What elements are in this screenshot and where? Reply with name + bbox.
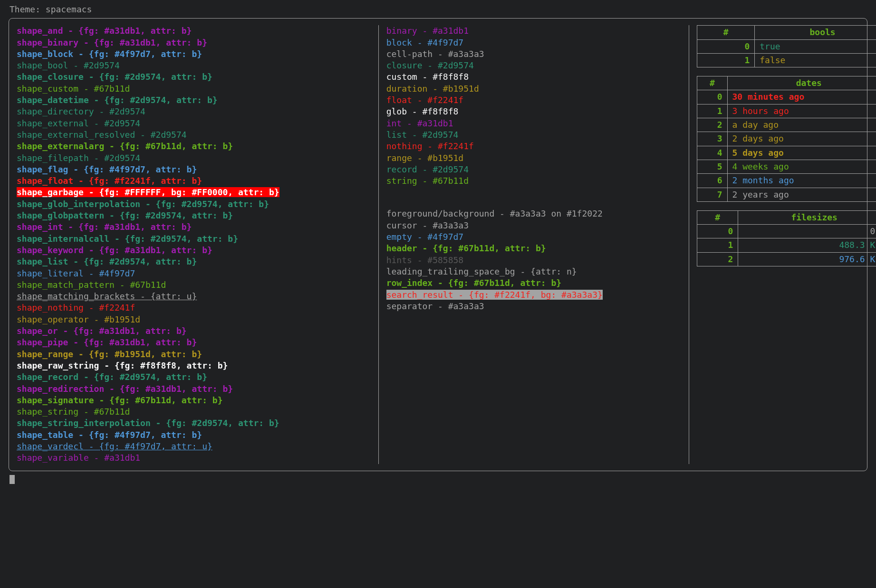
shape-entry: shape_string - #67b11d (17, 406, 371, 417)
shape-entry: shape_custom - #67b11d (17, 83, 371, 95)
shapes-column: shape_and - {fg: #a31db1, attr: b}shape_… (17, 25, 378, 464)
row-value: false (755, 53, 876, 67)
shape-entry: shape_directory - #2d9574 (17, 106, 371, 117)
type-entry: range - #b1951d (386, 152, 682, 164)
type-entry: record - #2d9574 (386, 164, 682, 175)
table-row: 0true (697, 39, 876, 53)
shape-entry: shape_externalarg - {fg: #67b11d, attr: … (17, 141, 371, 152)
shape-entry: shape_closure - {fg: #2d9574, attr: b} (17, 71, 371, 83)
shape-entry: shape_garbage - {fg: #FFFFFF, bg: #FF000… (17, 187, 371, 198)
row-value: true (755, 39, 876, 53)
dates-table: #dates030 minutes ago13 hours ago2a day … (697, 76, 876, 202)
row-value: 976.6 KiB (738, 252, 876, 266)
row-value: 3 hours ago (727, 104, 876, 118)
row-index: 1 (697, 238, 738, 252)
shape-entry: shape_keyword - {fg: #a31db1, attr: b} (17, 245, 371, 256)
shape-entry: shape_table - {fg: #4f97d7, attr: b} (17, 429, 371, 441)
shape-entry: shape_string_interpolation - {fg: #2d957… (17, 417, 371, 429)
table-header: # (697, 76, 727, 90)
table-row: 00 B (697, 225, 876, 238)
shape-entry: shape_list - {fg: #2d9574, attr: b} (17, 256, 371, 267)
row-value: 0 B (738, 225, 876, 238)
ui-entry: hints - #585858 (386, 255, 682, 266)
ui-entry: header - {fg: #67b11d, attr: b} (386, 243, 682, 254)
table-header: bools (755, 26, 876, 39)
type-entry: cell-path - #a3a3a3 (386, 48, 682, 60)
shape-entry: shape_external - #2d9574 (17, 118, 371, 129)
ui-entry: search_result - {fg: #f2241f, bg: #a3a3a… (386, 289, 682, 301)
row-value: 488.3 KiB (738, 238, 876, 252)
shape-entry: shape_operator - #b1951d (17, 314, 371, 325)
shape-entry: shape_block - {fg: #4f97d7, attr: b} (17, 48, 371, 60)
theme-preview-panel: shape_and - {fg: #a31db1, attr: b}shape_… (9, 18, 867, 471)
theme-label: Theme: spacemacs (10, 4, 867, 15)
shape-entry: shape_bool - #2d9574 (17, 60, 371, 71)
shape-entry: shape_and - {fg: #a31db1, attr: b} (17, 25, 371, 37)
row-index: 0 (697, 225, 738, 238)
ui-entry: foreground/background - #a3a3a3 on #1f20… (386, 208, 682, 219)
tables-column: #bools0true1false #dates030 minutes ago1… (689, 25, 876, 464)
shape-entry: shape_pipe - {fg: #a31db1, attr: b} (17, 337, 371, 348)
row-value: a day ago (727, 118, 876, 132)
shape-entry: shape_signature - {fg: #67b11d, attr: b} (17, 395, 371, 406)
type-entry: nothing - #f2241f (386, 141, 682, 152)
table-row: 030 minutes ago (697, 90, 876, 104)
shape-entry: shape_flag - {fg: #4f97d7, attr: b} (17, 164, 371, 175)
row-index: 0 (697, 90, 727, 104)
type-entry: custom - #f8f8f8 (386, 71, 682, 83)
row-index: 2 (697, 118, 727, 132)
table-row: 1488.3 KiB (697, 238, 876, 252)
type-entry: list - #2d9574 (386, 129, 682, 141)
shape-entry: shape_variable - #a31db1 (17, 452, 371, 464)
type-entry: duration - #b1951d (386, 83, 682, 95)
ui-entry: separator - #a3a3a3 (386, 301, 682, 312)
types-column: binary - #a31db1block - #4f97d7cell-path… (378, 25, 689, 464)
table-header: # (697, 26, 755, 39)
row-index: 3 (697, 132, 727, 146)
table-row: 1false (697, 53, 876, 67)
bools-table: #bools0true1false (697, 25, 876, 67)
type-entry: string - #67b11d (386, 175, 682, 187)
shape-entry: shape_float - {fg: #f2241f, attr: b} (17, 175, 371, 187)
shape-entry: shape_external_resolved - #2d9574 (17, 129, 371, 141)
table-row: 2a day ago (697, 118, 876, 132)
table-row: 54 weeks ago (697, 160, 876, 173)
shape-entry: shape_match_pattern - #67b11d (17, 279, 371, 291)
row-value: 2 years ago (727, 188, 876, 201)
shape-entry: shape_datetime - {fg: #2d9574, attr: b} (17, 95, 371, 106)
row-value: 2 months ago (727, 174, 876, 188)
table-header: dates (727, 76, 876, 90)
row-value: 5 days ago (727, 146, 876, 160)
shape-entry: shape_vardecl - {fg: #4f97d7, attr: u} (17, 441, 371, 452)
type-entry: closure - #2d9574 (386, 60, 682, 71)
shape-entry: shape_nothing - #f2241f (17, 302, 371, 313)
row-index: 2 (697, 252, 738, 266)
type-entry: float - #f2241f (386, 95, 682, 106)
shape-entry: shape_record - {fg: #2d9574, attr: b} (17, 371, 371, 383)
shape-entry: shape_matching_brackets - {attr: u} (17, 291, 371, 302)
type-entry: binary - #a31db1 (386, 25, 682, 37)
row-index: 6 (697, 174, 727, 188)
shape-entry: shape_glob_interpolation - {fg: #2d9574,… (17, 199, 371, 210)
table-row: 72 years ago (697, 188, 876, 201)
shape-entry: shape_binary - {fg: #a31db1, attr: b} (17, 37, 371, 48)
ui-entry: empty - #4f97d7 (386, 231, 682, 243)
table-row: 62 months ago (697, 174, 876, 188)
table-row: 2976.6 KiB (697, 252, 876, 266)
type-entry: block - #4f97d7 (386, 37, 682, 48)
shape-entry: shape_redirection - {fg: #a31db1, attr: … (17, 383, 371, 395)
row-index: 0 (697, 39, 755, 53)
shape-entry: shape_range - {fg: #b1951d, attr: b} (17, 349, 371, 360)
table-row: 32 days ago (697, 132, 876, 146)
row-index: 7 (697, 188, 727, 201)
table-row: 13 hours ago (697, 104, 876, 118)
filesizes-table: #filesizes00 B1488.3 KiB2976.6 KiB (697, 210, 876, 266)
row-value: 30 minutes ago (727, 90, 876, 104)
type-entry: glob - #f8f8f8 (386, 106, 682, 117)
shape-entry: shape_or - {fg: #a31db1, attr: b} (17, 325, 371, 337)
table-header: filesizes (738, 210, 876, 224)
row-index: 5 (697, 160, 727, 173)
ui-entry: row_index - {fg: #67b11d, attr: b} (386, 277, 682, 289)
row-value: 2 days ago (727, 132, 876, 146)
shape-entry: shape_int - {fg: #a31db1, attr: b} (17, 221, 371, 233)
